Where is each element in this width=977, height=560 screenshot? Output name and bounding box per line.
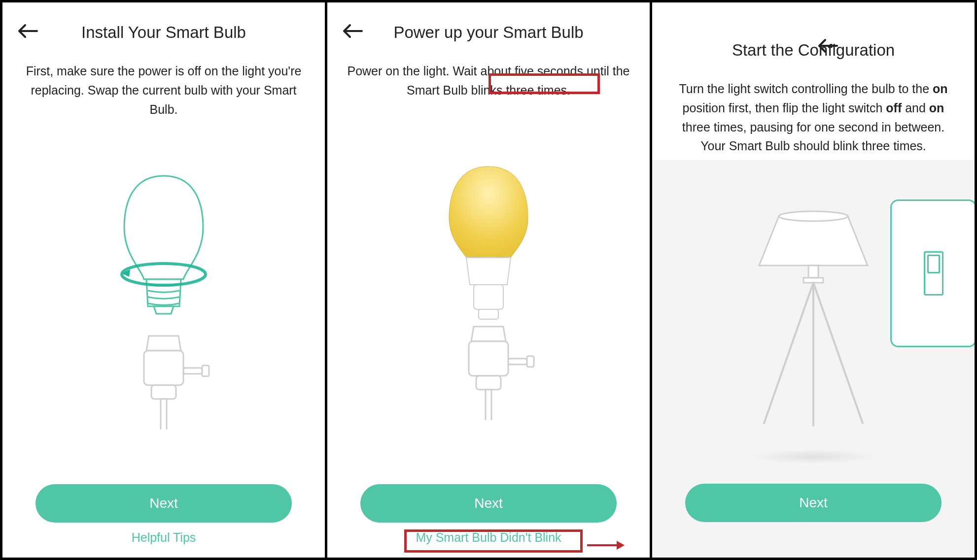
svg-rect-8 (479, 309, 498, 319)
instruction-text: Turn the light switch controlling the bu… (670, 79, 956, 156)
svg-rect-10 (476, 376, 501, 390)
page-title: Start the Configuration (732, 41, 895, 60)
back-arrow-button[interactable] (342, 23, 364, 41)
svg-line-17 (764, 283, 813, 423)
page-title: Install Your Smart Bulb (81, 23, 246, 42)
svg-rect-2 (151, 385, 176, 399)
next-button[interactable]: Next (685, 484, 942, 522)
next-button[interactable]: Next (35, 484, 292, 523)
annotation-highlight-blinks (488, 73, 600, 94)
back-arrow-icon (342, 23, 364, 39)
helpful-tips-link[interactable]: Helpful Tips (125, 527, 203, 548)
lamp-shadow (749, 449, 877, 464)
instruction-text: First, make sure the power is off on the… (21, 62, 307, 119)
svg-rect-15 (808, 265, 818, 278)
light-switch-panel[interactable] (890, 199, 975, 347)
next-button[interactable]: Next (360, 484, 617, 523)
light-switch-slot (924, 251, 943, 296)
page-title: Power up your Smart Bulb (393, 23, 583, 42)
bulb-install-illustration (17, 124, 310, 479)
annotation-arrow-icon (586, 538, 626, 553)
svg-rect-5 (202, 365, 209, 376)
back-arrow-icon (17, 23, 39, 39)
svg-rect-4 (183, 368, 202, 374)
svg-rect-9 (469, 341, 508, 376)
svg-rect-3 (161, 399, 167, 429)
svg-rect-12 (508, 359, 527, 364)
svg-point-14 (779, 211, 848, 221)
svg-line-18 (813, 283, 863, 423)
bulb-glowing-illustration (342, 105, 635, 480)
svg-rect-7 (474, 285, 503, 309)
annotation-highlight-didnt-blink (404, 529, 583, 553)
panel-configuration: Start the Configuration Turn the light s… (652, 2, 975, 558)
svg-rect-11 (486, 390, 491, 420)
light-switch-toggle[interactable] (927, 255, 940, 273)
svg-rect-13 (527, 356, 534, 367)
svg-rect-1 (144, 351, 183, 385)
back-arrow-button[interactable] (17, 23, 39, 41)
panel-install: Install Your Smart Bulb First, make sure… (2, 2, 327, 558)
